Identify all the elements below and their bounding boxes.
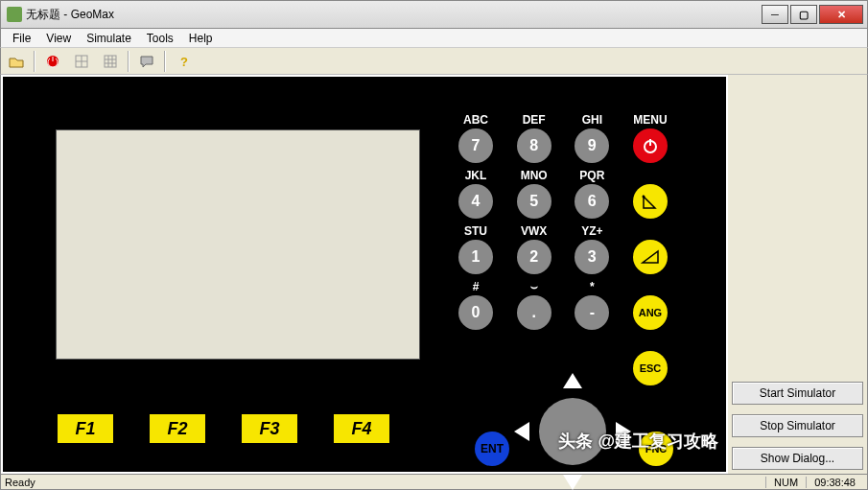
key-f1[interactable]: F1 [56,412,115,445]
device-panel: F1 F2 F3 F4 ABC7 DEF8 GHI9 MENU JKL4 MNO… [3,77,726,472]
maximize-button[interactable]: ▢ [790,5,817,24]
dpad-up[interactable] [563,373,582,388]
dpad-left[interactable] [514,422,529,441]
dpad-down[interactable] [563,475,582,490]
status-time: 09:38:48 [806,477,863,488]
key-slope-icon[interactable] [633,240,668,274]
key-f4[interactable]: F4 [332,412,391,445]
key-f2[interactable]: F2 [148,412,207,445]
label-menu: MENU [627,113,673,128]
key-4[interactable]: 4 [458,184,493,219]
menu-view[interactable]: View [38,30,79,47]
svg-text:?: ? [180,55,188,68]
separator [164,51,166,72]
key-minus[interactable]: - [575,295,609,330]
status-ready: Ready [5,477,35,488]
label-jkl: JKL [453,169,499,184]
key-9[interactable]: 9 [575,128,609,163]
help-icon[interactable]: ? [172,51,195,72]
label-vwx: VWX [511,224,557,240]
label-ghi: GHI [569,113,615,128]
svg-point-5 [642,196,645,198]
chat-icon[interactable] [135,51,158,72]
menu-file[interactable]: File [5,30,38,47]
key-8[interactable]: 8 [517,128,551,163]
label-def: DEF [511,113,557,128]
start-simulator-button[interactable]: Start Simulator [732,382,863,405]
key-fnc[interactable]: FNC [639,432,673,466]
key-1[interactable]: 1 [458,240,493,274]
show-dialog-button[interactable]: Show Dialog... [732,447,863,470]
grid1-icon[interactable] [70,51,93,72]
key-7[interactable]: 7 [458,128,493,163]
grid2-icon[interactable] [99,51,122,72]
key-esc[interactable]: ESC [633,351,668,385]
dpad-right[interactable] [616,422,631,441]
label-mno: MNO [511,169,557,184]
separator [34,51,35,72]
menu-help[interactable]: Help [181,30,221,47]
minimize-button[interactable]: ─ [762,5,788,24]
stop-simulator-button[interactable]: Stop Simulator [732,414,863,437]
lcd-screen [56,129,420,360]
key-angle-icon[interactable] [633,184,668,219]
label-space: ⌣ [511,280,557,295]
open-icon[interactable] [5,51,28,72]
power-icon[interactable] [41,51,64,72]
label-stu: STU [453,224,499,240]
status-num: NUM [765,477,806,488]
label-pqr: PQR [569,169,615,184]
close-button[interactable]: ✕ [819,5,863,24]
menu-simulate[interactable]: Simulate [79,30,139,47]
key-5[interactable]: 5 [517,184,551,219]
app-icon [7,7,22,22]
label-star: * [569,280,615,295]
key-ent[interactable]: ENT [475,432,509,466]
label-abc: ABC [453,113,499,128]
menu-tools[interactable]: Tools [139,30,181,47]
key-dot[interactable]: . [517,295,551,330]
key-0[interactable]: 0 [458,295,493,330]
dpad-center[interactable] [539,398,606,465]
key-2[interactable]: 2 [517,240,551,274]
label-hash: # [453,280,499,295]
separator [128,51,129,72]
key-menu[interactable] [633,128,668,163]
key-6[interactable]: 6 [575,184,609,219]
window-title: 无标题 - GeoMax [26,7,758,23]
key-3[interactable]: 3 [575,240,609,274]
svg-rect-2 [105,56,116,67]
label-yz: YZ+ [569,224,615,240]
dpad [510,369,635,490]
key-f3[interactable]: F3 [240,412,299,445]
key-ang[interactable]: ANG [633,295,668,330]
